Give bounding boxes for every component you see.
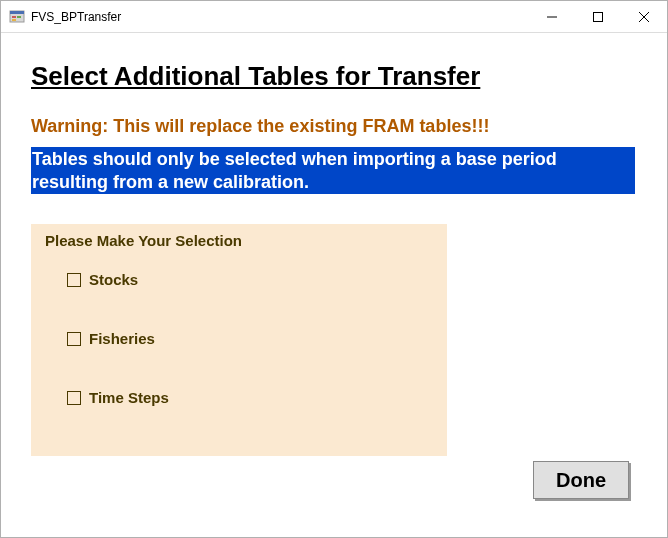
checkbox-row-timesteps[interactable]: Time Steps xyxy=(67,389,433,406)
checkbox-label-fisheries: Fisheries xyxy=(89,330,155,347)
content-area: Select Additional Tables for Transfer Wa… xyxy=(1,33,667,537)
maximize-button[interactable] xyxy=(575,1,621,33)
info-text: Tables should only be selected when impo… xyxy=(31,147,635,194)
page-title: Select Additional Tables for Transfer xyxy=(31,61,637,92)
window-controls xyxy=(529,1,667,32)
svg-rect-3 xyxy=(17,16,21,18)
checkbox-timesteps[interactable] xyxy=(67,391,81,405)
minimize-button[interactable] xyxy=(529,1,575,33)
checkbox-row-fisheries[interactable]: Fisheries xyxy=(67,330,433,347)
done-button-label: Done xyxy=(556,469,606,492)
app-window: FVS_BPTransfer Select Additional Tables … xyxy=(0,0,668,538)
warning-text: Warning: This will replace the existing … xyxy=(31,116,637,137)
close-button[interactable] xyxy=(621,1,667,33)
svg-rect-4 xyxy=(12,19,16,21)
checkbox-label-timesteps: Time Steps xyxy=(89,389,169,406)
titlebar-left: FVS_BPTransfer xyxy=(1,9,121,25)
svg-rect-6 xyxy=(594,13,603,22)
checkbox-stocks[interactable] xyxy=(67,273,81,287)
panel-header: Please Make Your Selection xyxy=(45,232,433,249)
svg-rect-2 xyxy=(12,16,16,18)
checkbox-fisheries[interactable] xyxy=(67,332,81,346)
checkbox-row-stocks[interactable]: Stocks xyxy=(67,271,433,288)
done-button[interactable]: Done xyxy=(533,461,629,499)
titlebar: FVS_BPTransfer xyxy=(1,1,667,33)
selection-panel: Please Make Your Selection Stocks Fisher… xyxy=(31,224,447,456)
app-icon xyxy=(9,9,25,25)
checkbox-label-stocks: Stocks xyxy=(89,271,138,288)
svg-rect-1 xyxy=(10,11,24,14)
window-title: FVS_BPTransfer xyxy=(31,10,121,24)
